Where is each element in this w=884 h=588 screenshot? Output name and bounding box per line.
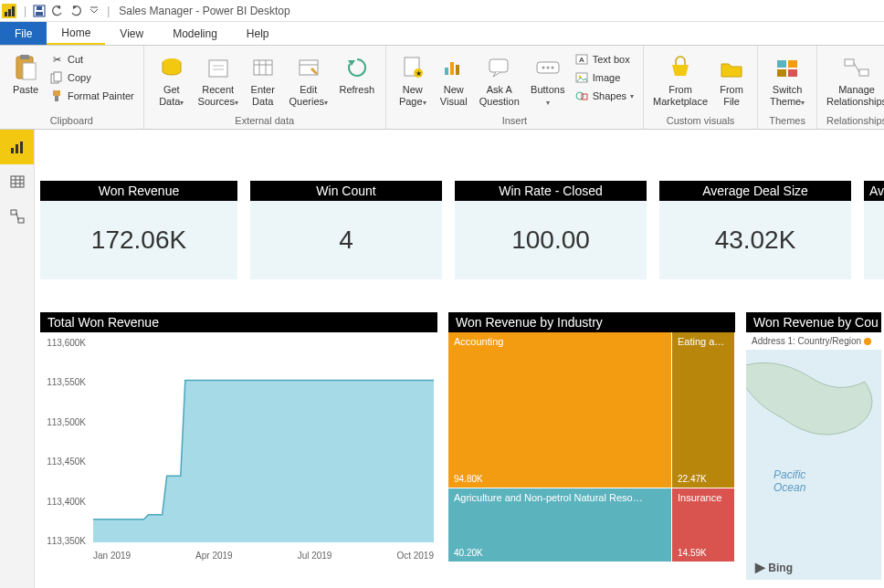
svg-rect-2	[37, 6, 42, 10]
svg-rect-56	[11, 210, 16, 215]
ribbon-group-relationships: Manage Relationships Relationships	[817, 46, 884, 129]
map-body[interactable]: Pacific Ocean ▶ Bing	[746, 350, 881, 580]
tab-home[interactable]: Home	[47, 22, 105, 45]
left-rail	[0, 130, 35, 588]
new-page-button[interactable]: ★New Page▾	[394, 49, 432, 108]
svg-rect-15	[254, 60, 272, 75]
image-button[interactable]: Image	[573, 69, 636, 86]
kpi-win-rate[interactable]: Win Rate - Closed 100.00	[455, 181, 647, 279]
svg-rect-26	[456, 65, 459, 75]
treemap-cell-accounting[interactable]: Accounting 94.80K	[448, 332, 671, 488]
report-canvas[interactable]: Won Revenue 172.06K Win Count 4 Win Rate…	[35, 130, 884, 588]
svg-point-31	[551, 67, 553, 69]
enter-data-icon	[248, 53, 278, 82]
get-data-icon	[157, 53, 186, 82]
from-marketplace-button[interactable]: From Marketplace	[651, 49, 710, 108]
image-icon	[574, 70, 589, 85]
kpi-row: Won Revenue 172.06K Win Count 4 Win Rate…	[40, 181, 884, 279]
kpi-won-revenue[interactable]: Won Revenue 172.06K	[40, 181, 237, 279]
chart-won-revenue-by-industry[interactable]: Won Revenue by Industry Accounting 94.80…	[448, 312, 735, 580]
recent-sources-button[interactable]: Recent Sources▾	[195, 49, 241, 108]
marketplace-icon	[666, 53, 695, 82]
shapes-button[interactable]: Shapes ▾	[573, 88, 636, 104]
rail-model-view[interactable]	[0, 199, 34, 234]
svg-rect-40	[777, 69, 786, 77]
treemap-cell-agriculture[interactable]: Agriculture and Non-petrol Natural Reso……	[448, 488, 671, 562]
svg-point-29	[542, 67, 544, 69]
tab-file[interactable]: File	[0, 22, 47, 45]
svg-rect-12	[209, 60, 227, 77]
svg-rect-48	[11, 148, 14, 153]
brush-icon	[49, 89, 64, 103]
tab-view[interactable]: View	[105, 22, 158, 45]
y-axis: 113,600K 113,550K 113,500K 113,450K 113,…	[40, 338, 89, 546]
save-icon[interactable]	[32, 4, 47, 18]
switch-theme-button[interactable]: Switch Theme▾	[765, 49, 809, 108]
ribbon-group-custom-visuals: From Marketplace From File Custom visual…	[644, 46, 758, 129]
rail-report-view[interactable]	[0, 130, 34, 164]
shapes-icon	[574, 89, 589, 103]
menu-tabs: File Home View Modeling Help	[0, 22, 884, 46]
edit-queries-button[interactable]: Edit Queries▾	[285, 49, 332, 108]
refresh-button[interactable]: Refresh	[336, 49, 378, 96]
tab-modeling[interactable]: Modeling	[158, 22, 232, 45]
enter-data-button[interactable]: Enter Data	[245, 49, 281, 108]
cut-icon: ✂	[49, 52, 64, 67]
copy-button[interactable]: Copy	[47, 69, 136, 86]
svg-rect-9	[53, 90, 60, 96]
bing-attribution: ▶ Bing	[755, 560, 793, 574]
new-visual-button[interactable]: New Visual	[436, 49, 472, 108]
svg-rect-1	[36, 12, 43, 16]
undo-icon[interactable]	[50, 4, 65, 18]
svg-rect-10	[55, 96, 58, 101]
svg-rect-50	[20, 142, 23, 153]
manage-relationships-button[interactable]: Manage Relationships	[825, 49, 884, 108]
svg-text:★: ★	[415, 69, 421, 78]
treemap-cell-insurance[interactable]: Insurance 14.59K	[672, 488, 734, 562]
svg-rect-38	[777, 60, 786, 68]
ribbon-group-insert: ★New Page▾ New Visual Ask A Question But…	[386, 46, 644, 129]
from-file-button[interactable]: From File	[713, 49, 750, 108]
svg-rect-6	[23, 63, 36, 79]
kpi-avg-deal-size[interactable]: Average Deal Size 43.02K	[659, 181, 851, 279]
ask-question-button[interactable]: Ask A Question	[476, 49, 523, 108]
svg-line-44	[854, 63, 859, 72]
new-page-icon: ★	[398, 53, 427, 82]
format-painter-button[interactable]: Format Painter	[47, 88, 136, 104]
svg-rect-57	[18, 218, 24, 223]
relationships-icon	[842, 53, 871, 82]
svg-rect-27	[489, 59, 508, 72]
rail-data-view[interactable]	[0, 164, 34, 199]
svg-point-36	[576, 92, 584, 100]
svg-rect-42	[845, 59, 854, 66]
map-legend: Address 1: Country/Region	[746, 332, 881, 350]
svg-rect-51	[11, 176, 24, 187]
svg-rect-5	[20, 55, 29, 59]
chart-won-revenue-by-country[interactable]: Won Revenue by Cou Address 1: Country/Re…	[746, 312, 881, 580]
svg-rect-41	[788, 69, 797, 77]
refresh-icon	[342, 53, 372, 82]
cut-button[interactable]: ✂Cut	[47, 51, 136, 68]
get-data-button[interactable]: Get Data▾	[152, 49, 192, 108]
buttons-icon	[533, 53, 563, 82]
svg-text:A: A	[579, 56, 584, 64]
new-visual-icon	[439, 53, 468, 82]
kpi-win-count[interactable]: Win Count 4	[250, 181, 442, 279]
redo-icon[interactable]	[68, 4, 83, 18]
title-bar: | | Sales Manager - Power BI Desktop	[0, 0, 884, 22]
qat-dropdown-icon[interactable]	[87, 4, 101, 18]
buttons-button[interactable]: Buttons▾	[527, 49, 569, 108]
paste-button[interactable]: Paste	[7, 49, 44, 96]
from-file-icon	[717, 53, 746, 82]
chart-total-won-revenue[interactable]: Total Won Revenue 113,600K 113,550K 113,…	[40, 312, 437, 580]
kpi-partial[interactable]: Av	[864, 181, 884, 279]
tab-help[interactable]: Help	[232, 22, 284, 45]
treemap-cell-eating[interactable]: Eating a… 22.47K	[672, 332, 734, 488]
ribbon-group-external-data: Get Data▾ Recent Sources▾ Enter Data Edi…	[144, 46, 386, 129]
textbox-icon: A	[574, 52, 589, 67]
powerbi-logo-icon	[2, 4, 16, 18]
textbox-button[interactable]: AText box	[573, 51, 636, 68]
recent-icon	[204, 53, 233, 82]
edit-queries-icon	[294, 53, 323, 82]
line-plot	[93, 340, 434, 542]
